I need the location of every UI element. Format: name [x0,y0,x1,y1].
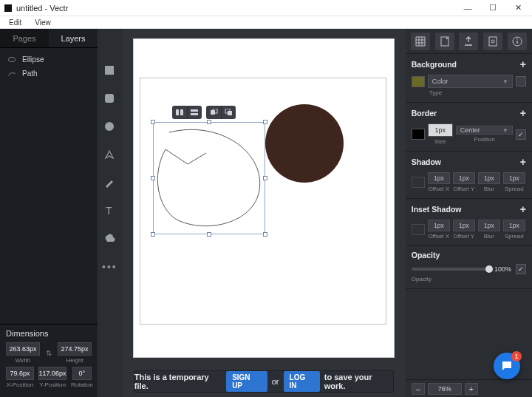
banner-prefix: This is a temporary file. [134,373,222,390]
handle-br[interactable] [263,232,267,237]
app-icon [4,4,12,12]
shadow-blur-input[interactable]: 1px [478,172,500,184]
border-heading: Border [412,109,437,118]
background-heading: Background [412,60,457,69]
menu-view[interactable]: View [32,18,54,27]
width-input[interactable]: 263.63px [6,342,40,356]
tool-text[interactable]: T [102,203,117,218]
arrange-front-icon[interactable] [206,106,221,119]
properties-panel: Background+ Color▼ Type Border+ 1px Size… [406,29,532,397]
height-input[interactable]: 274.75px [58,342,92,356]
add-inset-shadow-icon[interactable]: + [520,203,526,215]
tool-pencil[interactable] [102,175,117,190]
layer-list: Ellipse Path [0,48,98,85]
shadow-swatch[interactable] [412,177,425,188]
link-icon[interactable] [483,33,502,50]
svg-rect-17 [516,41,517,44]
background-color-dropdown[interactable]: Color▼ [428,75,513,88]
handle-bl[interactable] [151,232,155,237]
opacity-heading: Opacity [412,251,440,259]
shadow-offsetx-input[interactable]: 1px [428,172,450,184]
page-settings-icon[interactable] [435,33,454,50]
xpos-input[interactable]: 79.6px [6,367,34,380]
border-swatch[interactable] [412,129,425,140]
lock-aspect-icon[interactable]: ⇅ [44,342,53,364]
grid-icon[interactable] [411,33,430,50]
chat-fab[interactable]: 1 [494,353,520,379]
selection-box[interactable] [153,122,265,234]
save-banner: This is a temporary file. SIGN UP or LOG… [134,370,394,393]
menu-bar: Edit View [0,16,532,29]
layer-label: Ellipse [22,55,44,64]
tool-column: T ••• [98,29,122,397]
layer-row-path[interactable]: Path [0,67,98,81]
tool-rounded-rect[interactable] [102,91,117,106]
window-maximize-button[interactable]: ☐ [480,0,505,16]
svg-rect-14 [489,37,497,46]
banner-suffix: to save your work. [324,373,393,390]
add-shadow-icon[interactable]: + [520,156,526,168]
shadow-offsety-input[interactable]: 1px [453,172,475,184]
handle-b[interactable] [207,232,211,237]
tool-ellipse[interactable] [102,119,117,134]
inset-spread-input[interactable]: 1px [503,220,525,231]
svg-rect-1 [105,66,114,75]
add-background-icon[interactable]: + [520,58,526,70]
tool-pen[interactable] [102,147,117,162]
info-icon[interactable] [508,33,527,50]
signup-button[interactable]: SIGN UP [226,371,267,392]
login-button[interactable]: LOG IN [284,371,320,392]
export-icon[interactable] [459,33,478,50]
background-visible-toggle[interactable] [516,76,526,86]
zoom-in-button[interactable]: + [465,383,478,395]
svg-rect-7 [191,109,198,112]
chat-badge: 1 [511,351,522,362]
background-type-label: Type [429,89,526,96]
opacity-slider[interactable] [412,268,490,271]
align-horiz-icon[interactable] [172,106,187,119]
border-size-label: Size [434,138,446,145]
tab-pages[interactable]: Pages [0,29,49,47]
handle-t[interactable] [207,120,211,124]
border-position-label: Position [474,136,494,143]
canvas-area: This is a temporary file. SIGN UP or LOG… [122,29,406,397]
inset-blur-input[interactable]: 1px [478,220,500,231]
window-close-button[interactable]: ✕ [505,0,531,16]
menu-edit[interactable]: Edit [6,18,24,27]
window-title: untitled - Vectr [16,4,68,13]
ypos-input[interactable]: 117.06px [38,367,66,380]
dimensions-panel: Dimensions 263.63px Width ⇅ 274.75px Hei… [0,324,98,397]
tool-more[interactable]: ••• [102,259,117,274]
layer-row-ellipse[interactable]: Ellipse [0,52,98,67]
tab-layers[interactable]: Layers [49,29,98,47]
tool-rectangle[interactable] [102,63,117,78]
arrange-back-icon[interactable] [221,106,236,119]
inset-offsetx-input[interactable]: 1px [428,220,450,231]
ellipse-shape[interactable] [265,104,344,183]
inset-shadow-swatch[interactable] [412,224,425,235]
zoom-out-button[interactable]: – [412,383,425,395]
tool-upload[interactable] [102,231,117,246]
opacity-toggle[interactable]: ✓ [516,264,526,274]
background-swatch[interactable] [412,76,425,87]
ellipse-layer-icon [7,56,16,64]
border-visible-toggle[interactable]: ✓ [516,129,526,140]
svg-rect-8 [191,113,198,115]
border-position-dropdown[interactable]: Center▼ [456,126,513,135]
svg-point-3 [105,122,114,131]
opacity-knob[interactable] [485,265,493,273]
window-minimize-button[interactable]: — [455,0,480,16]
border-size-input[interactable]: 1px [428,123,453,137]
add-border-icon[interactable]: + [520,107,526,119]
handle-r[interactable] [263,176,267,180]
align-vert-icon[interactable] [187,106,202,119]
opacity-label: Opacity [412,276,526,282]
inset-offsety-input[interactable]: 1px [453,220,475,231]
rotation-input[interactable]: 0° [72,367,92,380]
canvas-page[interactable] [134,39,394,357]
handle-tr[interactable] [263,120,267,124]
shadow-spread-input[interactable]: 1px [503,172,525,184]
zoom-value[interactable]: 76% [428,383,462,395]
handle-tl[interactable] [151,120,155,124]
handle-l[interactable] [151,176,155,180]
